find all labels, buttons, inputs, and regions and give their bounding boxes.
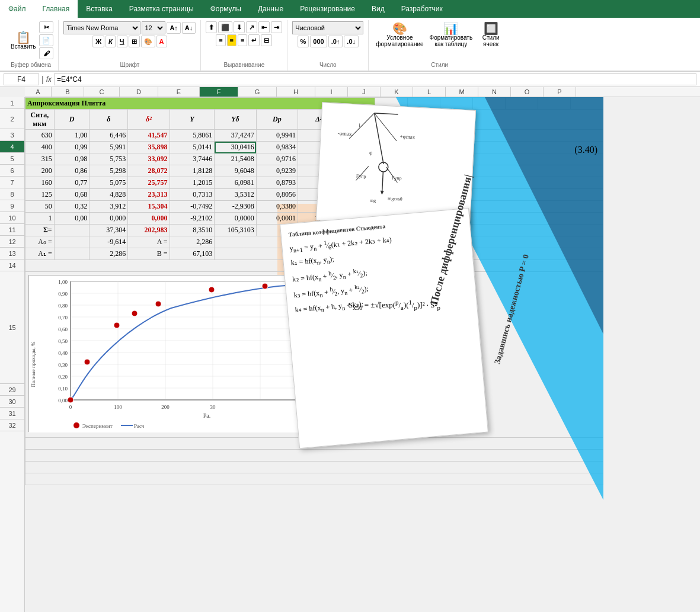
cell-F4-selected[interactable]: 30,0416 xyxy=(215,142,256,153)
align-top-button[interactable]: ⬆ xyxy=(206,21,217,33)
cell-G4[interactable]: 0,9834 xyxy=(256,142,298,153)
cell-A11[interactable]: Σ= xyxy=(25,225,55,236)
tab-insert[interactable]: Вставка xyxy=(78,0,121,18)
cell-C6[interactable]: 5,298 xyxy=(90,165,128,177)
cell-B13[interactable] xyxy=(54,248,90,260)
cell-H4[interactable]: 0, xyxy=(298,142,340,153)
cell-C7[interactable]: 5,075 xyxy=(90,177,128,189)
align-middle-button[interactable]: ⬛ xyxy=(218,21,232,33)
formula-input[interactable] xyxy=(54,73,696,85)
row-header-14[interactable]: 14 xyxy=(0,259,24,271)
tab-data[interactable]: Данные xyxy=(250,0,292,18)
col-header-K[interactable]: K xyxy=(381,87,413,97)
col-header-I[interactable]: I xyxy=(315,87,348,97)
increase-font-button[interactable]: A↑ xyxy=(167,22,180,34)
cell-O1[interactable] xyxy=(538,98,571,110)
cell-F13[interactable] xyxy=(215,248,603,260)
cell-C12[interactable]: -9,614 xyxy=(90,236,128,248)
cell-reference-input[interactable] xyxy=(4,73,39,85)
cell-E4[interactable]: 5,0141 xyxy=(170,142,215,153)
border-button[interactable]: ⊞ xyxy=(129,36,140,47)
cell-D7[interactable]: 25,757 xyxy=(128,177,170,189)
cell-B3[interactable]: 1,00 xyxy=(54,130,90,142)
cell-B5[interactable]: 0,98 xyxy=(54,153,90,165)
row-header-11[interactable]: 11 xyxy=(0,224,24,236)
cell-styles-button[interactable]: 🔲 Стилиячеек xyxy=(476,21,506,49)
tab-review[interactable]: Рецензирование xyxy=(292,0,363,18)
row-header-8[interactable]: 8 xyxy=(0,188,24,200)
cell-C9[interactable]: 3,912 xyxy=(90,201,128,213)
cell-A10[interactable]: 1 xyxy=(25,213,55,225)
cell-A3[interactable]: 630 xyxy=(25,130,55,142)
cell-G5[interactable]: 0,9716 xyxy=(256,153,298,165)
cell-B4[interactable]: 0,99 xyxy=(54,142,90,153)
cell-G6[interactable]: 0,9239 xyxy=(256,165,298,177)
cell-H10[interactable]: 1,1E-09 xyxy=(298,213,340,225)
row-header-30[interactable]: 30 xyxy=(0,396,24,408)
cell-H11[interactable]: 0,03379 xyxy=(298,225,340,236)
cell-row29[interactable] xyxy=(25,438,603,450)
cell-I7[interactable] xyxy=(340,177,375,189)
col-header-P[interactable]: P xyxy=(544,87,576,97)
paste-button[interactable]: 📋 Вставить xyxy=(8,30,38,51)
cell-J5[interactable] xyxy=(375,153,603,165)
cell-A12[interactable]: A₀ = xyxy=(25,236,55,248)
cell-B9[interactable]: 0,32 xyxy=(54,201,90,213)
cell-E9[interactable]: -0,7492 xyxy=(170,201,215,213)
cell-row32[interactable] xyxy=(25,473,603,485)
row-header-1[interactable]: 1 xyxy=(0,97,24,109)
cell-I4[interactable] xyxy=(340,142,375,153)
cell-J2[interactable] xyxy=(375,110,603,130)
row-header-29[interactable]: 29 xyxy=(0,384,24,396)
col-header-O[interactable]: O xyxy=(511,87,544,97)
number-format-select[interactable]: Числовой xyxy=(292,21,363,34)
cell-A4[interactable]: 400 xyxy=(25,142,55,153)
cell-J7[interactable] xyxy=(375,177,603,189)
row-header-6[interactable]: 6 xyxy=(0,165,24,177)
align-center-button[interactable]: ≡ xyxy=(227,34,236,46)
cell-C3[interactable]: 6,446 xyxy=(90,130,128,142)
cell-G7[interactable]: 0,8793 xyxy=(256,177,298,189)
indent-decrease-button[interactable]: ⇤ xyxy=(258,21,270,33)
cell-F2[interactable]: Yδ xyxy=(215,110,256,130)
cell-I10[interactable] xyxy=(340,213,375,225)
cell-C13[interactable]: 2,286 xyxy=(90,248,128,260)
align-bottom-button[interactable]: ⬇ xyxy=(234,21,245,33)
cell-E13[interactable]: 67,103 xyxy=(170,248,215,260)
cell-F12[interactable] xyxy=(215,236,603,248)
decrease-decimal-button[interactable]: .0↓ xyxy=(344,36,359,47)
cell-D9[interactable]: 15,304 xyxy=(128,201,170,213)
cell-I2[interactable]: Dp← xyxy=(340,110,375,130)
tab-page-layout[interactable]: Разметка страницы xyxy=(121,0,202,18)
cell-A6[interactable]: 200 xyxy=(25,165,55,177)
col-header-F[interactable]: F xyxy=(200,87,238,97)
row-header-31[interactable]: 31 xyxy=(0,408,24,419)
cell-A5[interactable]: 315 xyxy=(25,153,55,165)
cell-A7[interactable]: 160 xyxy=(25,177,55,189)
cell-J6[interactable] xyxy=(375,165,603,177)
cell-D6[interactable]: 28,072 xyxy=(128,165,170,177)
cut-button[interactable]: ✂ xyxy=(39,21,53,33)
cell-C10[interactable]: 0,000 xyxy=(90,213,128,225)
cell-K1[interactable] xyxy=(408,98,440,110)
cell-A1[interactable]: Аппроксимация Плитта xyxy=(25,98,375,110)
increase-decimal-button[interactable]: .0↑ xyxy=(328,36,343,47)
cell-G9[interactable]: 0,3380 xyxy=(256,201,298,213)
cell-J8[interactable] xyxy=(375,189,603,201)
cell-B8[interactable]: 0,68 xyxy=(54,189,90,201)
font-name-select[interactable]: Times New Roma xyxy=(63,21,140,34)
cell-row30[interactable] xyxy=(25,450,603,462)
cell-D12[interactable]: A = xyxy=(128,236,170,248)
row-header-2[interactable]: 2 xyxy=(0,109,24,129)
row-header-12[interactable]: 12 xyxy=(0,236,24,248)
cell-B12[interactable] xyxy=(54,236,90,248)
col-header-D[interactable]: D xyxy=(120,87,158,97)
wrap-text-button[interactable]: ↵ xyxy=(248,34,260,46)
cell-A2[interactable]: Сита,мкм xyxy=(25,110,55,130)
cell-E12[interactable]: 2,286 xyxy=(170,236,215,248)
cell-H5[interactable]: 2,8 xyxy=(298,153,340,165)
cell-C8[interactable]: 4,828 xyxy=(90,189,128,201)
cell-D13[interactable]: B = xyxy=(128,248,170,260)
format-painter-button[interactable]: 🖌 xyxy=(39,47,53,59)
cell-G2[interactable]: Dp xyxy=(256,110,298,130)
